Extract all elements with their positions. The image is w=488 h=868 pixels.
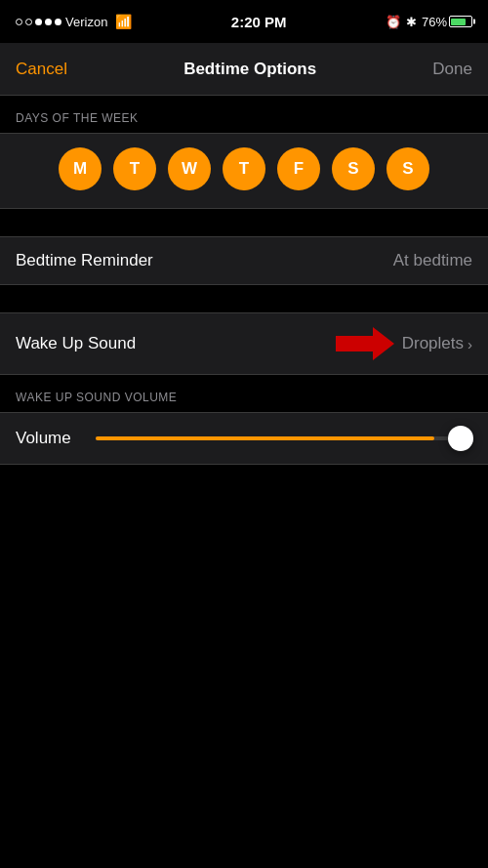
day-wednesday[interactable]: W: [168, 147, 211, 190]
wifi-icon: 📶: [115, 14, 132, 29]
page-title: Bedtime Options: [183, 60, 316, 79]
status-right: ⏰ ✱ 76%: [386, 15, 472, 29]
days-container: M T W T F S S: [0, 133, 488, 209]
dot5: [55, 19, 61, 25]
wake-up-sound-right: Droplets ›: [336, 327, 472, 360]
volume-section-label: WAKE UP SOUND VOLUME: [0, 375, 488, 412]
alarm-icon: ⏰: [386, 15, 401, 29]
battery-percent: 76%: [422, 15, 447, 29]
bluetooth-icon: ✱: [406, 15, 417, 29]
wake-up-sound-value: Droplets ›: [402, 334, 472, 353]
day-monday[interactable]: M: [59, 147, 102, 190]
svg-marker-0: [336, 327, 394, 360]
bedtime-reminder-value: At bedtime: [393, 251, 472, 270]
cancel-button[interactable]: Cancel: [16, 60, 67, 79]
status-bar: Verizon 📶 2:20 PM ⏰ ✱ 76%: [0, 0, 488, 43]
volume-slider-thumb[interactable]: [448, 426, 473, 451]
day-saturday[interactable]: S: [332, 147, 375, 190]
battery-icon: [449, 16, 472, 27]
volume-section: Volume: [0, 412, 488, 465]
volume-row: Volume: [16, 423, 472, 448]
dot2: [25, 19, 32, 25]
done-button[interactable]: Done: [432, 60, 472, 79]
volume-label: Volume: [16, 429, 84, 448]
volume-slider-track[interactable]: [96, 436, 472, 440]
dot4: [45, 19, 52, 25]
status-left: Verizon 📶: [16, 14, 132, 29]
wake-up-sound-row[interactable]: Wake Up Sound Droplets ›: [0, 312, 488, 375]
dot3: [35, 19, 42, 25]
dot1: [16, 19, 22, 25]
carrier-label: Verizon: [65, 15, 107, 29]
gap-1: [0, 209, 488, 236]
status-time: 2:20 PM: [231, 14, 287, 30]
days-section-label: DAYS OF THE WEEK: [0, 96, 488, 133]
gap-2: [0, 285, 488, 312]
battery-fill: [451, 19, 465, 25]
red-arrow-icon: [336, 327, 394, 360]
volume-slider-fill: [96, 436, 434, 440]
day-tuesday[interactable]: T: [113, 147, 156, 190]
chevron-icon: ›: [468, 336, 472, 352]
day-thursday[interactable]: T: [223, 147, 265, 190]
wake-up-sound-label: Wake Up Sound: [16, 334, 136, 353]
day-friday[interactable]: F: [277, 147, 320, 190]
nav-bar: Cancel Bedtime Options Done: [0, 43, 488, 96]
bedtime-reminder-label: Bedtime Reminder: [16, 251, 153, 270]
signal-dots: [16, 19, 61, 25]
battery-container: 76%: [422, 15, 472, 29]
day-sunday[interactable]: S: [386, 147, 429, 190]
bedtime-reminder-row[interactable]: Bedtime Reminder At bedtime: [0, 236, 488, 285]
